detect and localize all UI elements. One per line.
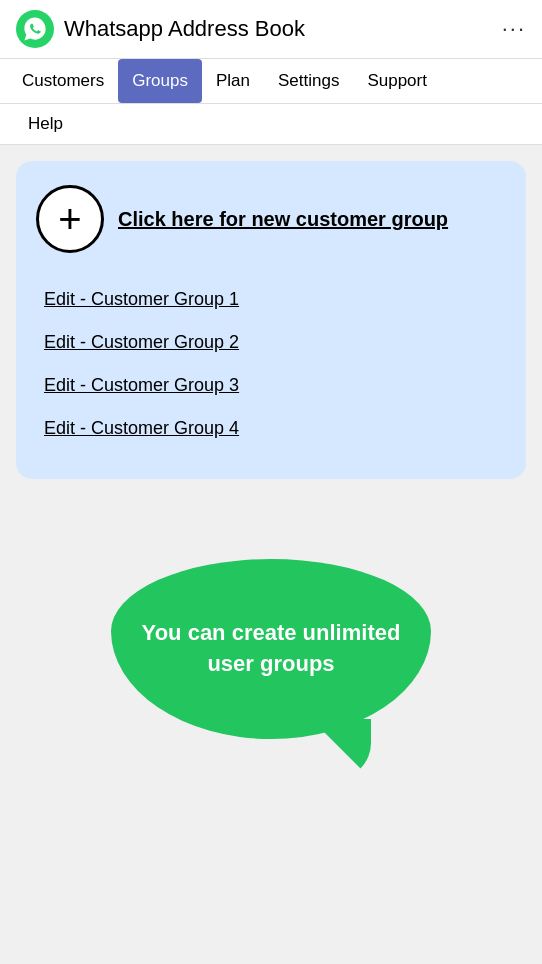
bubble-text: You can create unlimited user groups xyxy=(141,618,401,680)
app-title: Whatsapp Address Book xyxy=(64,16,305,42)
group-links-list: Edit - Customer Group 1 Edit - Customer … xyxy=(36,281,506,447)
main-nav: Customers Groups Plan Settings Support xyxy=(0,59,542,104)
nav-item-help[interactable]: Help xyxy=(14,104,77,143)
nav-item-groups[interactable]: Groups xyxy=(118,59,202,103)
plus-symbol-icon: + xyxy=(58,199,81,239)
whatsapp-logo-icon xyxy=(16,10,54,48)
group-link-4[interactable]: Edit - Customer Group 4 xyxy=(40,410,506,447)
add-group-button[interactable]: + Click here for new customer group xyxy=(36,185,506,253)
help-row: Help xyxy=(0,104,542,145)
speech-bubble-container: You can create unlimited user groups xyxy=(16,559,526,779)
nav-item-settings[interactable]: Settings xyxy=(264,59,353,103)
app-header: Whatsapp Address Book ··· xyxy=(0,0,542,59)
group-link-2[interactable]: Edit - Customer Group 2 xyxy=(40,324,506,361)
groups-card: + Click here for new customer group Edit… xyxy=(16,161,526,479)
group-link-3[interactable]: Edit - Customer Group 3 xyxy=(40,367,506,404)
speech-bubble: You can create unlimited user groups xyxy=(111,559,431,739)
add-group-label: Click here for new customer group xyxy=(118,208,448,231)
main-content: + Click here for new customer group Edit… xyxy=(0,145,542,795)
nav-item-customers[interactable]: Customers xyxy=(8,59,118,103)
group-link-1[interactable]: Edit - Customer Group 1 xyxy=(40,281,506,318)
nav-item-support[interactable]: Support xyxy=(353,59,441,103)
nav-item-plan[interactable]: Plan xyxy=(202,59,264,103)
plus-circle-icon: + xyxy=(36,185,104,253)
more-options-button[interactable]: ··· xyxy=(502,16,526,42)
header-left: Whatsapp Address Book xyxy=(16,10,305,48)
